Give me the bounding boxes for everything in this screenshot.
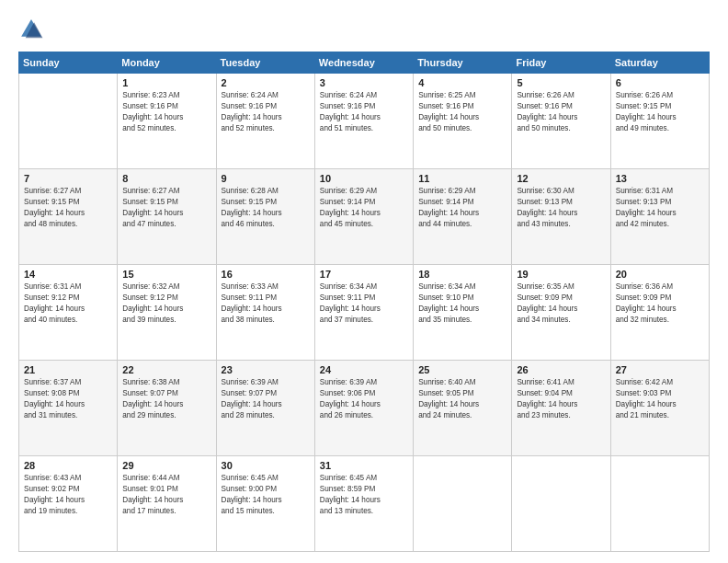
week-row-5: 28Sunrise: 6:43 AMSunset: 9:02 PMDayligh… (19, 456, 710, 552)
day-info: Sunrise: 6:40 AMSunset: 9:05 PMDaylight:… (418, 377, 506, 421)
day-cell: 15Sunrise: 6:32 AMSunset: 9:12 PMDayligh… (118, 265, 216, 361)
day-cell: 2Sunrise: 6:24 AMSunset: 9:16 PMDaylight… (216, 74, 314, 169)
day-cell: 3Sunrise: 6:24 AMSunset: 9:16 PMDaylight… (314, 74, 413, 169)
day-info: Sunrise: 6:26 AMSunset: 9:15 PMDaylight:… (616, 90, 704, 134)
day-cell: 5Sunrise: 6:26 AMSunset: 9:16 PMDaylight… (512, 74, 610, 169)
week-row-3: 14Sunrise: 6:31 AMSunset: 9:12 PMDayligh… (19, 265, 710, 361)
day-info: Sunrise: 6:37 AMSunset: 9:08 PMDaylight:… (24, 377, 112, 421)
day-info: Sunrise: 6:35 AMSunset: 9:09 PMDaylight:… (517, 282, 605, 326)
week-row-4: 21Sunrise: 6:37 AMSunset: 9:08 PMDayligh… (19, 361, 710, 456)
col-header-tuesday: Tuesday (216, 52, 314, 74)
day-cell: 21Sunrise: 6:37 AMSunset: 9:08 PMDayligh… (19, 361, 118, 456)
day-info: Sunrise: 6:27 AMSunset: 9:15 PMDaylight:… (24, 186, 112, 230)
day-number: 1 (122, 77, 210, 88)
day-info: Sunrise: 6:43 AMSunset: 9:02 PMDaylight:… (24, 473, 112, 517)
day-info: Sunrise: 6:25 AMSunset: 9:16 PMDaylight:… (418, 90, 506, 134)
day-cell: 26Sunrise: 6:41 AMSunset: 9:04 PMDayligh… (512, 361, 610, 456)
col-header-monday: Monday (118, 52, 216, 74)
day-cell: 14Sunrise: 6:31 AMSunset: 9:12 PMDayligh… (19, 265, 118, 361)
day-number: 27 (616, 364, 704, 375)
day-cell: 23Sunrise: 6:39 AMSunset: 9:07 PMDayligh… (216, 361, 314, 456)
day-number: 31 (320, 460, 408, 471)
day-info: Sunrise: 6:45 AMSunset: 8:59 PMDaylight:… (320, 473, 408, 517)
day-number: 21 (24, 364, 112, 375)
day-number: 17 (320, 269, 408, 280)
day-cell: 10Sunrise: 6:29 AMSunset: 9:14 PMDayligh… (314, 169, 413, 265)
col-header-wednesday: Wednesday (314, 52, 413, 74)
day-number: 3 (320, 77, 408, 88)
calendar-table: SundayMondayTuesdayWednesdayThursdayFrid… (18, 52, 710, 552)
day-info: Sunrise: 6:29 AMSunset: 9:14 PMDaylight:… (418, 186, 506, 230)
day-number: 19 (517, 269, 605, 280)
day-number: 4 (418, 77, 506, 88)
day-info: Sunrise: 6:45 AMSunset: 9:00 PMDaylight:… (222, 473, 310, 517)
day-cell: 22Sunrise: 6:38 AMSunset: 9:07 PMDayligh… (118, 361, 216, 456)
day-info: Sunrise: 6:41 AMSunset: 9:04 PMDaylight:… (517, 377, 605, 421)
day-number: 11 (418, 173, 506, 184)
day-number: 10 (320, 173, 408, 184)
day-number: 23 (222, 364, 310, 375)
day-number: 25 (418, 364, 506, 375)
day-number: 16 (222, 269, 310, 280)
day-number: 7 (24, 173, 112, 184)
day-number: 30 (222, 460, 310, 471)
day-number: 12 (517, 173, 605, 184)
day-cell: 25Sunrise: 6:40 AMSunset: 9:05 PMDayligh… (414, 361, 512, 456)
day-info: Sunrise: 6:39 AMSunset: 9:06 PMDaylight:… (320, 377, 408, 421)
day-cell: 6Sunrise: 6:26 AMSunset: 9:15 PMDaylight… (610, 74, 709, 169)
day-info: Sunrise: 6:34 AMSunset: 9:11 PMDaylight:… (320, 282, 408, 326)
col-header-sunday: Sunday (19, 52, 118, 74)
day-info: Sunrise: 6:33 AMSunset: 9:11 PMDaylight:… (222, 282, 310, 326)
day-number: 9 (222, 173, 310, 184)
day-info: Sunrise: 6:31 AMSunset: 9:13 PMDaylight:… (616, 186, 704, 230)
col-header-saturday: Saturday (610, 52, 709, 74)
day-info: Sunrise: 6:32 AMSunset: 9:12 PMDaylight:… (122, 282, 210, 326)
day-cell: 19Sunrise: 6:35 AMSunset: 9:09 PMDayligh… (512, 265, 610, 361)
logo (18, 17, 48, 42)
day-number: 5 (517, 77, 605, 88)
day-cell: 13Sunrise: 6:31 AMSunset: 9:13 PMDayligh… (610, 169, 709, 265)
logo-icon (18, 17, 44, 42)
day-cell (512, 456, 610, 552)
day-number: 20 (616, 269, 704, 280)
day-number: 28 (24, 460, 112, 471)
day-info: Sunrise: 6:42 AMSunset: 9:03 PMDaylight:… (616, 377, 704, 421)
day-cell: 30Sunrise: 6:45 AMSunset: 9:00 PMDayligh… (216, 456, 314, 552)
day-cell: 29Sunrise: 6:44 AMSunset: 9:01 PMDayligh… (118, 456, 216, 552)
day-info: Sunrise: 6:39 AMSunset: 9:07 PMDaylight:… (222, 377, 310, 421)
day-cell: 11Sunrise: 6:29 AMSunset: 9:14 PMDayligh… (414, 169, 512, 265)
day-number: 29 (122, 460, 210, 471)
col-header-thursday: Thursday (414, 52, 512, 74)
day-cell: 12Sunrise: 6:30 AMSunset: 9:13 PMDayligh… (512, 169, 610, 265)
day-info: Sunrise: 6:29 AMSunset: 9:14 PMDaylight:… (320, 186, 408, 230)
day-info: Sunrise: 6:36 AMSunset: 9:09 PMDaylight:… (616, 282, 704, 326)
day-info: Sunrise: 6:24 AMSunset: 9:16 PMDaylight:… (222, 90, 310, 134)
day-cell: 16Sunrise: 6:33 AMSunset: 9:11 PMDayligh… (216, 265, 314, 361)
day-number: 18 (418, 269, 506, 280)
day-info: Sunrise: 6:30 AMSunset: 9:13 PMDaylight:… (517, 186, 605, 230)
day-cell: 1Sunrise: 6:23 AMSunset: 9:16 PMDaylight… (118, 74, 216, 169)
calendar-header-row: SundayMondayTuesdayWednesdayThursdayFrid… (19, 52, 710, 74)
week-row-2: 7Sunrise: 6:27 AMSunset: 9:15 PMDaylight… (19, 169, 710, 265)
day-number: 2 (222, 77, 310, 88)
day-info: Sunrise: 6:38 AMSunset: 9:07 PMDaylight:… (122, 377, 210, 421)
day-info: Sunrise: 6:27 AMSunset: 9:15 PMDaylight:… (122, 186, 210, 230)
day-info: Sunrise: 6:34 AMSunset: 9:10 PMDaylight:… (418, 282, 506, 326)
day-info: Sunrise: 6:44 AMSunset: 9:01 PMDaylight:… (122, 473, 210, 517)
day-cell: 31Sunrise: 6:45 AMSunset: 8:59 PMDayligh… (314, 456, 413, 552)
page: SundayMondayTuesdayWednesdayThursdayFrid… (0, 0, 728, 563)
week-row-1: 1Sunrise: 6:23 AMSunset: 9:16 PMDaylight… (19, 74, 710, 169)
day-number: 15 (122, 269, 210, 280)
col-header-friday: Friday (512, 52, 610, 74)
header (18, 17, 710, 42)
day-info: Sunrise: 6:23 AMSunset: 9:16 PMDaylight:… (122, 90, 210, 134)
day-cell: 24Sunrise: 6:39 AMSunset: 9:06 PMDayligh… (314, 361, 413, 456)
day-cell: 20Sunrise: 6:36 AMSunset: 9:09 PMDayligh… (610, 265, 709, 361)
day-info: Sunrise: 6:24 AMSunset: 9:16 PMDaylight:… (320, 90, 408, 134)
day-cell: 7Sunrise: 6:27 AMSunset: 9:15 PMDaylight… (19, 169, 118, 265)
day-cell: 27Sunrise: 6:42 AMSunset: 9:03 PMDayligh… (610, 361, 709, 456)
day-cell: 17Sunrise: 6:34 AMSunset: 9:11 PMDayligh… (314, 265, 413, 361)
day-cell: 8Sunrise: 6:27 AMSunset: 9:15 PMDaylight… (118, 169, 216, 265)
day-cell: 28Sunrise: 6:43 AMSunset: 9:02 PMDayligh… (19, 456, 118, 552)
day-cell: 9Sunrise: 6:28 AMSunset: 9:15 PMDaylight… (216, 169, 314, 265)
